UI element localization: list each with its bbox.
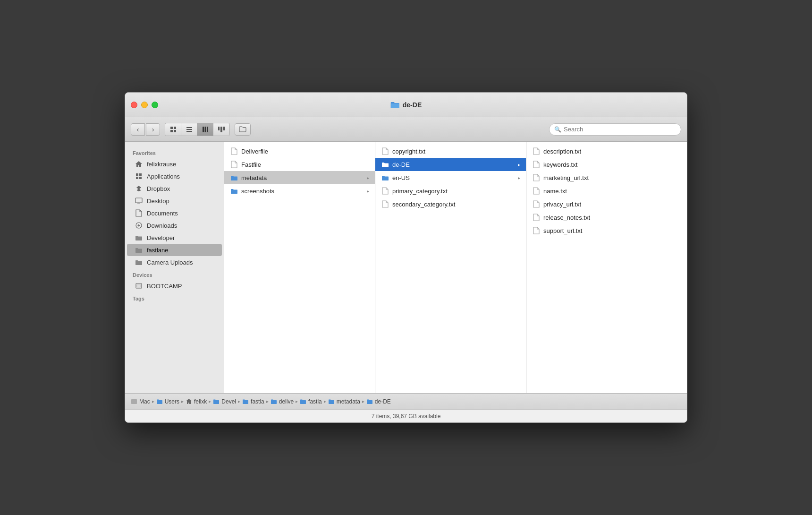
sidebar-item-bootcamp[interactable]: BOOTCAMP [127, 280, 222, 292]
file-icon [381, 147, 389, 155]
nav-buttons: ‹ › [131, 123, 160, 136]
file-icon [532, 173, 541, 182]
svg-rect-2 [170, 130, 173, 132]
list-item[interactable]: Fastfile [224, 158, 375, 171]
sidebar-label-camera-uploads: Camera Uploads [147, 259, 193, 266]
svg-rect-13 [135, 198, 142, 203]
forward-button[interactable]: › [146, 123, 160, 136]
file-icon [532, 187, 541, 195]
sidebar-item-developer[interactable]: Developer [127, 232, 222, 244]
icon-view-button[interactable] [165, 123, 181, 136]
new-folder-icon [239, 126, 246, 133]
file-icon [532, 200, 541, 208]
svg-rect-11 [220, 127, 222, 132]
breadcrumb-devel[interactable]: Devel [213, 398, 236, 405]
minimize-button[interactable] [141, 102, 148, 108]
sidebar-item-applications[interactable]: Applications [127, 170, 222, 182]
search-icon: 🔍 [554, 126, 561, 133]
sidebar-label-felixkrause: felixkrause [147, 161, 176, 168]
icon-view-icon [170, 126, 177, 133]
list-item[interactable]: copyright.txt [375, 145, 526, 158]
file-icon [532, 213, 541, 222]
breadcrumb-fastla1[interactable]: fastla [242, 398, 264, 405]
devices-label: Devices [125, 268, 224, 280]
list-item[interactable]: name.txt [526, 184, 687, 197]
search-input[interactable] [564, 126, 676, 133]
breadcrumb-fastla2[interactable]: fastla [300, 398, 322, 405]
folder-small-icon [366, 399, 373, 404]
downloads-icon [135, 221, 143, 230]
breadcrumb-felixk[interactable]: felixk [186, 398, 207, 405]
breadcrumb-sep: ▸ [324, 399, 326, 404]
chevron-right-icon: ▸ [518, 162, 520, 167]
list-item[interactable]: secondary_category.txt [375, 197, 526, 211]
chevron-right-icon: ▸ [367, 189, 369, 194]
titlebar: de-DE [125, 93, 687, 117]
svg-rect-17 [131, 399, 137, 404]
sidebar-label-documents: Documents [147, 210, 178, 217]
list-item[interactable]: keywords.txt [526, 158, 687, 171]
breadcrumb-sep: ▸ [209, 399, 211, 404]
svg-rect-8 [204, 127, 206, 132]
window-title: de-DE [390, 101, 422, 109]
file-name: primary_category.txt [392, 188, 520, 195]
cover-flow-button[interactable] [213, 123, 229, 136]
sidebar-label-dropbox: Dropbox [147, 185, 170, 192]
file-name: keywords.txt [543, 161, 681, 168]
file-name: marketing_url.txt [543, 174, 681, 181]
main-content: Favorites felixkrause Applications [125, 142, 687, 393]
home-small-icon [186, 398, 192, 404]
list-item[interactable]: marketing_url.txt [526, 171, 687, 184]
file-icon [532, 160, 541, 169]
breadcrumb-users[interactable]: Users [156, 398, 179, 405]
breadcrumb-metadata[interactable]: metadata [328, 398, 360, 405]
file-icon [230, 147, 238, 155]
folder-small-icon [271, 399, 277, 404]
file-name: de-DE [392, 161, 515, 168]
sidebar-item-desktop[interactable]: Desktop [127, 195, 222, 207]
folder-small-icon [242, 399, 249, 404]
maximize-button[interactable] [152, 102, 158, 108]
search-box[interactable]: 🔍 [549, 123, 681, 136]
new-folder-button[interactable] [235, 123, 251, 136]
fastlane-folder-icon [135, 246, 143, 254]
svg-rect-1 [174, 127, 176, 129]
breadcrumb-mac[interactable]: Mac [131, 398, 150, 405]
list-item[interactable]: support_url.txt [526, 224, 687, 237]
list-item[interactable]: Deliverfile [224, 145, 375, 158]
sidebar-item-fastlane[interactable]: fastlane [127, 244, 222, 256]
list-item[interactable]: primary_category.txt [375, 184, 526, 197]
list-view-icon [186, 126, 193, 133]
close-button[interactable] [131, 102, 137, 108]
sidebar-label-downloads: Downloads [147, 222, 177, 229]
list-item[interactable]: release_notes.txt [526, 211, 687, 224]
list-item[interactable]: en-US ▸ [375, 171, 526, 184]
sidebar-item-felixkrause[interactable]: felixkrause [127, 158, 222, 170]
toolbar: ‹ › [125, 117, 687, 142]
list-item[interactable]: metadata ▸ [224, 171, 375, 184]
list-view-button[interactable] [181, 123, 197, 136]
column-2: copyright.txt de-DE ▸ en-US ▸ [375, 142, 526, 393]
file-name: release_notes.txt [543, 214, 681, 221]
list-item[interactable]: de-DE ▸ [375, 158, 526, 171]
favorites-label: Favorites [125, 146, 224, 158]
list-item[interactable]: description.txt [526, 145, 687, 158]
file-icon [532, 226, 541, 235]
breadcrumb-de-DE[interactable]: de-DE [366, 398, 391, 405]
sidebar-item-camera-uploads[interactable]: Camera Uploads [127, 256, 222, 268]
back-button[interactable]: ‹ [131, 123, 145, 136]
list-item[interactable]: privacy_url.txt [526, 197, 687, 211]
sidebar-item-downloads[interactable]: Downloads [127, 219, 222, 232]
svg-rect-9 [207, 127, 208, 132]
column-view-button[interactable] [197, 123, 213, 136]
sidebar-item-dropbox[interactable]: Dropbox [127, 182, 222, 195]
list-item[interactable]: screenshots ▸ [224, 184, 375, 197]
sidebar-item-documents[interactable]: Documents [127, 207, 222, 219]
file-name: support_url.txt [543, 227, 681, 234]
svg-rect-7 [203, 127, 204, 132]
file-name: description.txt [543, 148, 681, 155]
breadcrumb-delive[interactable]: delive [271, 398, 294, 405]
status-text: 7 items, 39,67 GB available [372, 413, 441, 420]
breadcrumb-bar: Mac ▸ Users ▸ felixk ▸ Devel ▸ [125, 393, 687, 409]
folder-small-icon [213, 399, 220, 404]
